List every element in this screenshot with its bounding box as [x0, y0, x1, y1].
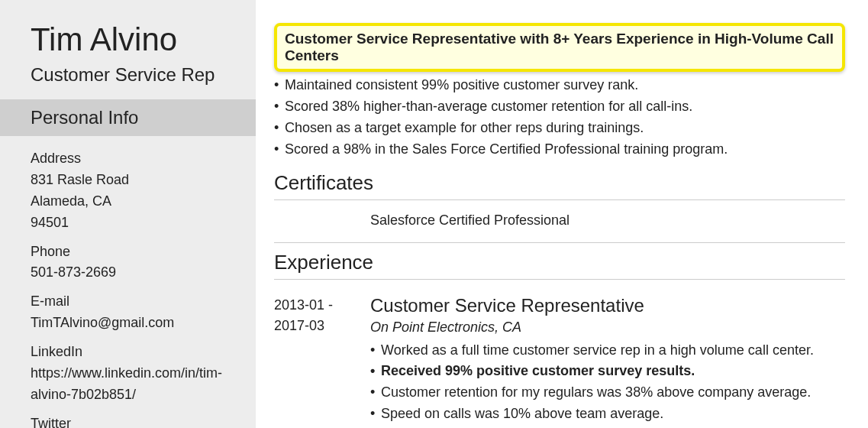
- experience-bullet: Speed on calls was 10% above team averag…: [370, 404, 845, 425]
- experience-bullet: Worked as a full time customer service r…: [370, 340, 845, 362]
- twitter-label: Twitter: [31, 413, 237, 428]
- certificates-heading: Certificates: [274, 171, 845, 200]
- certificate-date: [274, 212, 370, 229]
- applicant-role: Customer Service Rep: [31, 64, 256, 86]
- email-value: TimTAlvino@gmail.com: [31, 313, 237, 334]
- main-content: Customer Service Representative with 8+ …: [256, 0, 868, 428]
- resume-page: Tim Alvino Customer Service Rep Personal…: [0, 0, 868, 428]
- experience-dates: 2013-01 - 2017-03: [274, 295, 370, 428]
- linkedin-label: LinkedIn: [31, 342, 237, 363]
- summary-bullet: Scored a 98% in the Sales Force Certifie…: [274, 139, 845, 160]
- experience-entry: 2013-01 - 2017-03 Customer Service Repre…: [274, 281, 845, 428]
- address-line2: Alameda, CA: [31, 191, 237, 212]
- summary-bullet: Chosen as a target example for other rep…: [274, 118, 845, 139]
- experience-heading: Experience: [274, 251, 845, 280]
- address-zip: 94501: [31, 212, 237, 234]
- experience-bullet: Customer retention for my regulars was 3…: [370, 382, 845, 404]
- address-label: Address: [31, 148, 237, 170]
- email-label: E-mail: [31, 291, 237, 313]
- experience-bullet: Received 99% positive customer survey re…: [370, 361, 845, 382]
- experience-company: On Point Electronics, CA: [370, 319, 845, 336]
- linkedin-value: https://www.linkedin.com/in/tim-alvino-7…: [31, 363, 237, 406]
- sidebar: Tim Alvino Customer Service Rep Personal…: [0, 0, 256, 428]
- address-line1: 831 Rasle Road: [31, 170, 237, 191]
- certificate-row: Salesforce Certified Professional: [274, 202, 845, 243]
- experience-bullets: Worked as a full time customer service r…: [370, 340, 845, 426]
- certificate-name: Salesforce Certified Professional: [370, 212, 570, 229]
- personal-info-block: Address 831 Rasle Road Alameda, CA 94501…: [0, 136, 256, 428]
- summary-bullets: Maintained consistent 99% positive custo…: [274, 75, 845, 160]
- summary-bullet: Scored 38% higher-than-average customer …: [274, 96, 845, 118]
- date-start: 2013-01 -: [274, 295, 370, 316]
- headline-highlight: Customer Service Representative with 8+ …: [274, 23, 845, 72]
- experience-title: Customer Service Representative: [370, 295, 845, 316]
- summary-bullet: Maintained consistent 99% positive custo…: [274, 75, 845, 96]
- phone-label: Phone: [31, 242, 237, 263]
- date-end: 2017-03: [274, 316, 370, 337]
- personal-info-heading: Personal Info: [0, 99, 256, 136]
- experience-body: Customer Service Representative On Point…: [370, 295, 845, 428]
- phone-value: 501-873-2669: [31, 262, 237, 284]
- applicant-name: Tim Alvino: [31, 21, 256, 58]
